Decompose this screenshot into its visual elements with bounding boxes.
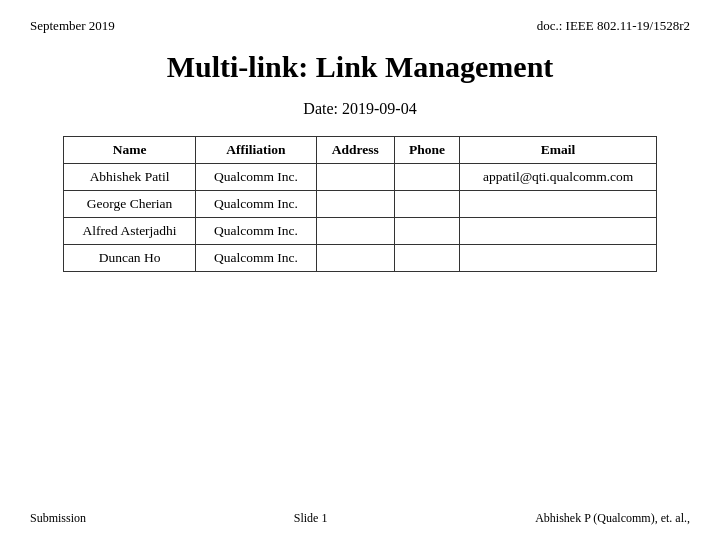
- cell-r3-c3: [394, 245, 459, 272]
- table-row: Alfred AsterjadhiQualcomm Inc.: [64, 218, 657, 245]
- cell-r3-c4: [460, 245, 657, 272]
- main-title: Multi-link: Link Management: [167, 50, 554, 83]
- footer-right: Abhishek P (Qualcomm), et. al.,: [535, 511, 690, 526]
- header: September 2019 doc.: IEEE 802.11-19/1528…: [30, 18, 690, 34]
- date-section: Date: 2019-09-04: [30, 100, 690, 118]
- page: September 2019 doc.: IEEE 802.11-19/1528…: [0, 0, 720, 540]
- authors-table: Name Affiliation Address Phone Email Abh…: [63, 136, 657, 272]
- header-right: doc.: IEEE 802.11-19/1528r2: [537, 18, 690, 34]
- col-phone: Phone: [394, 137, 459, 164]
- cell-r2-c1: Qualcomm Inc.: [196, 218, 317, 245]
- cell-r0-c4: appatil@qti.qualcomm.com: [460, 164, 657, 191]
- col-address: Address: [316, 137, 394, 164]
- cell-r2-c4: [460, 218, 657, 245]
- cell-r0-c2: [316, 164, 394, 191]
- cell-r1-c2: [316, 191, 394, 218]
- cell-r3-c2: [316, 245, 394, 272]
- cell-r0-c0: Abhishek Patil: [64, 164, 196, 191]
- title-section: Multi-link: Link Management: [30, 50, 690, 84]
- table-row: Abhishek PatilQualcomm Inc.appatil@qti.q…: [64, 164, 657, 191]
- cell-r2-c3: [394, 218, 459, 245]
- cell-r2-c2: [316, 218, 394, 245]
- cell-r1-c4: [460, 191, 657, 218]
- footer: Submission Slide 1 Abhishek P (Qualcomm)…: [30, 503, 690, 526]
- col-email: Email: [460, 137, 657, 164]
- cell-r1-c1: Qualcomm Inc.: [196, 191, 317, 218]
- col-affiliation: Affiliation: [196, 137, 317, 164]
- header-left: September 2019: [30, 18, 115, 34]
- table-row: George CherianQualcomm Inc.: [64, 191, 657, 218]
- cell-r1-c0: George Cherian: [64, 191, 196, 218]
- table-header-row: Name Affiliation Address Phone Email: [64, 137, 657, 164]
- date-label: Date: 2019-09-04: [303, 100, 416, 117]
- footer-left: Submission: [30, 511, 86, 526]
- cell-r3-c0: Duncan Ho: [64, 245, 196, 272]
- cell-r0-c1: Qualcomm Inc.: [196, 164, 317, 191]
- cell-r3-c1: Qualcomm Inc.: [196, 245, 317, 272]
- table-section: Name Affiliation Address Phone Email Abh…: [30, 136, 690, 503]
- footer-center: Slide 1: [86, 511, 535, 526]
- table-row: Duncan HoQualcomm Inc.: [64, 245, 657, 272]
- cell-r2-c0: Alfred Asterjadhi: [64, 218, 196, 245]
- cell-r0-c3: [394, 164, 459, 191]
- cell-r1-c3: [394, 191, 459, 218]
- col-name: Name: [64, 137, 196, 164]
